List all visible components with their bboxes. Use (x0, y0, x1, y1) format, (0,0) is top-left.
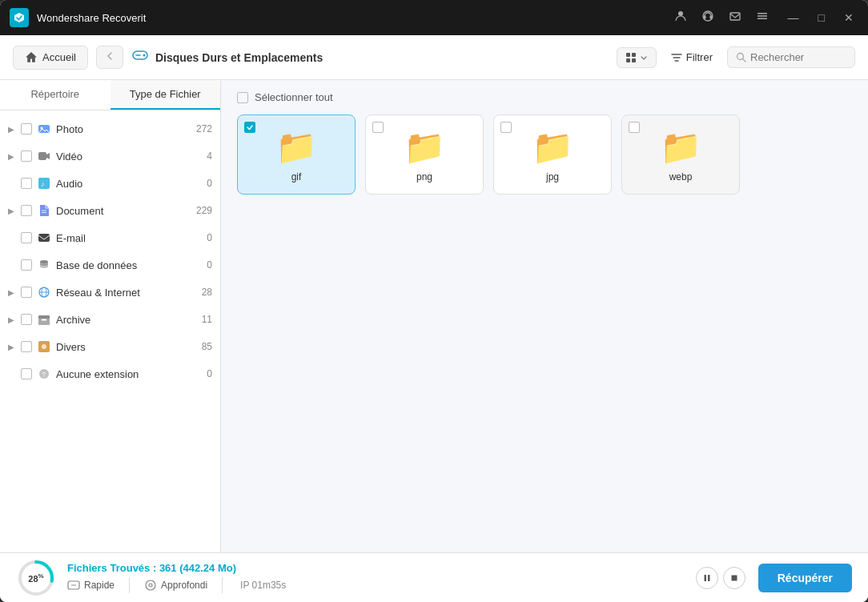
user-icon[interactable] (674, 10, 687, 26)
svg-rect-19 (38, 152, 46, 160)
progress-ring: 28% (16, 558, 56, 598)
checkbox-database[interactable] (21, 259, 32, 271)
sidebar-item-audio[interactable]: ▶ ♪ Audio 0 (0, 170, 220, 197)
search-box[interactable] (727, 46, 855, 68)
file-card-jpg[interactable]: 📁 jpg (493, 114, 612, 195)
photo-icon (37, 122, 51, 136)
close-button[interactable]: ✕ (839, 10, 858, 26)
sidebar-item-database[interactable]: ▶ Base de données 0 (0, 251, 220, 279)
content-header: Sélectionner tout (221, 80, 868, 111)
select-all-checkbox[interactable] (237, 92, 248, 103)
svg-rect-29 (38, 318, 50, 325)
sidebar-item-photo[interactable]: ▶ Photo 272 (0, 115, 220, 142)
checkbox-divers[interactable] (21, 341, 32, 352)
view-toggle-button[interactable] (617, 47, 657, 68)
sidebar-item-network[interactable]: ▶ Réseau & Internet 28 (0, 279, 220, 306)
checkbox-network[interactable] (21, 287, 32, 298)
svg-rect-42 (704, 575, 706, 581)
sidebar-item-archive[interactable]: ▶ Archive 11 (0, 306, 220, 333)
gif-label: gif (291, 171, 302, 183)
divers-icon (37, 339, 51, 354)
svg-text:♪: ♪ (41, 180, 45, 188)
document-icon (37, 203, 51, 218)
stop-button[interactable] (723, 567, 745, 589)
svg-rect-31 (42, 319, 46, 321)
noext-label: Aucune extension (56, 368, 207, 380)
checkbox-email[interactable] (21, 232, 32, 243)
checkbox-webp[interactable] (629, 122, 640, 133)
checkbox-document[interactable] (21, 205, 32, 216)
sidebar-item-email[interactable]: ▶ E-mail 0 (0, 224, 220, 251)
location-label: Disques Durs et Emplacements (155, 51, 323, 64)
home-button[interactable]: Accueil (13, 46, 88, 70)
time-divider (222, 577, 223, 593)
found-count: 361 (159, 562, 177, 574)
svg-text:?: ? (42, 371, 46, 379)
main-area: Répertoire Type de Fichier ▶ Photo 272 ▶ (0, 80, 868, 552)
checkbox-photo[interactable] (21, 123, 32, 134)
expand-arrow-video: ▶ (8, 152, 18, 161)
folder-png-icon: 📁 (404, 127, 445, 167)
svg-line-16 (743, 59, 745, 62)
navbar: Accueil Disques Durs et Emplacements Fil… (0, 35, 868, 80)
scan-time: IP 01m35s (240, 580, 286, 591)
menu-icon[interactable] (756, 10, 769, 26)
audio-icon: ♪ (37, 176, 51, 191)
recover-button[interactable]: Récupérer (758, 564, 852, 592)
back-button[interactable] (96, 46, 123, 69)
expand-arrow-document: ▶ (8, 207, 18, 215)
file-card-webp[interactable]: 📁 webp (621, 114, 740, 195)
mode-approfondi-label: Approfondi (161, 580, 207, 591)
select-all-label: Sélectionner tout (255, 91, 333, 103)
mail-icon[interactable] (729, 10, 741, 26)
support-icon[interactable] (701, 10, 714, 26)
divers-count: 85 (202, 341, 212, 352)
checkbox-archive[interactable] (21, 314, 32, 325)
expand-arrow-photo: ▶ (8, 125, 18, 134)
email-label: E-mail (56, 232, 207, 244)
svg-rect-11 (626, 53, 630, 57)
nav-right-controls: Filtrer (617, 46, 855, 68)
approfondi-icon (144, 579, 157, 592)
video-label: Vidéo (56, 150, 207, 163)
network-count: 28 (202, 287, 212, 298)
hdd-icon (131, 46, 149, 68)
svg-rect-13 (626, 58, 630, 62)
checkbox-jpg[interactable] (500, 122, 512, 133)
svg-rect-44 (731, 575, 737, 580)
file-card-gif[interactable]: 📁 gif (237, 114, 356, 195)
file-grid: 📁 gif 📁 png 📁 jpg 📁 (221, 111, 868, 552)
minimize-button[interactable]: — (783, 10, 804, 26)
svg-rect-30 (38, 315, 50, 319)
search-input[interactable] (750, 51, 846, 63)
sidebar-item-video[interactable]: ▶ Vidéo 4 (0, 142, 220, 170)
audio-label: Audio (56, 178, 207, 190)
checkbox-video[interactable] (21, 150, 32, 162)
pause-button[interactable] (696, 567, 718, 589)
database-count: 0 (207, 259, 212, 271)
sidebar-item-document[interactable]: ▶ Document 229 (0, 197, 220, 224)
svg-rect-24 (38, 234, 50, 242)
mode-rapide-label: Rapide (84, 580, 115, 591)
maximize-button[interactable]: □ (814, 10, 830, 26)
mode-approfondi: Approfondi (144, 579, 207, 592)
expand-arrow-archive: ▶ (8, 315, 18, 324)
statusbar: 28% Fichiers Trouvés : 361 (442.24 Mo) R… (0, 552, 868, 602)
tab-type-fichier[interactable]: Type de Fichier (111, 80, 221, 110)
noext-count: 0 (207, 368, 212, 379)
jpg-label: jpg (546, 171, 559, 183)
checkbox-png[interactable] (372, 122, 384, 133)
sidebar-item-noext[interactable]: ▶ ? Aucune extension 0 (0, 360, 220, 387)
checkbox-audio[interactable] (21, 178, 32, 189)
filter-button[interactable]: Filtrer (665, 47, 719, 67)
sidebar-item-divers[interactable]: ▶ Divers 85 (0, 333, 220, 360)
checkbox-gif[interactable] (244, 122, 255, 133)
checkbox-noext[interactable] (21, 368, 32, 379)
mode-rapide: Rapide (67, 579, 115, 592)
svg-rect-4 (730, 13, 740, 20)
svg-rect-12 (632, 53, 636, 57)
svg-rect-43 (708, 575, 710, 581)
photo-count: 272 (196, 123, 212, 134)
file-card-png[interactable]: 📁 png (365, 114, 484, 195)
tab-repertoire[interactable]: Répertoire (0, 80, 111, 110)
